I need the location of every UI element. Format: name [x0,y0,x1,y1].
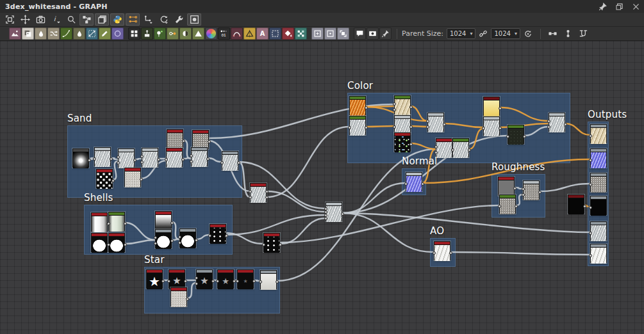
input-port[interactable] [140,161,144,164]
node-nC[interactable] [326,202,342,221]
layers-button[interactable] [95,13,109,26]
input-port[interactable] [190,154,193,157]
node-st3[interactable]: ★ [196,269,213,289]
info-button[interactable]: i [49,13,63,26]
pan-view-button[interactable] [18,13,32,26]
node-s2[interactable] [118,148,135,168]
node-glow[interactable] [72,148,89,168]
output-port[interactable] [88,159,91,162]
input-port[interactable] [178,235,181,239]
input-port[interactable] [589,254,592,257]
output-port[interactable] [279,243,282,246]
node-nB[interactable] [263,233,280,252]
output-port[interactable] [211,280,215,283]
node-sp1[interactable] [167,129,183,148]
restore-window-button[interactable] [613,1,625,12]
graph-canvas[interactable]: SandShellsStarColorNormalRoughnessAOOutp… [0,41,644,334]
output-port[interactable] [265,196,268,199]
parent-width-select[interactable]: 1024▾ [447,28,475,39]
input-port[interactable] [117,161,120,164]
input-port[interactable] [190,160,193,163]
node-met[interactable] [568,195,584,214]
crop-frame-node-button[interactable] [324,28,336,40]
input-port[interactable] [393,102,396,106]
output-port[interactable] [124,222,127,225]
input-port[interactable] [589,183,592,186]
output-port[interactable] [237,161,240,164]
node-stNoise[interactable] [170,287,187,306]
input-port[interactable] [167,280,170,283]
output-port[interactable] [140,178,143,181]
input-port[interactable] [154,242,157,245]
output-port[interactable] [443,123,446,126]
python-editor-button[interactable] [110,13,124,26]
node-cBlend2[interactable] [549,113,565,132]
input-port[interactable] [498,205,501,208]
output-port[interactable] [468,148,471,152]
input-port[interactable] [426,120,429,123]
node-blobA[interactable] [91,233,108,252]
output-port[interactable] [365,126,368,129]
output-port[interactable] [515,205,518,208]
bezier-curve-node-button[interactable] [231,28,243,40]
link-size-button[interactable] [477,28,489,40]
input-port[interactable] [434,145,438,148]
straight-links-button[interactable] [141,13,155,26]
input-port[interactable] [249,196,252,199]
graph-nodes-button[interactable] [79,13,94,26]
node-sp2[interactable] [192,130,209,149]
search-button[interactable] [64,13,78,26]
node-cOrange[interactable] [349,96,366,115]
halftone-node-button[interactable]: 01 [218,28,230,40]
flood-fill-node-button[interactable] [282,28,294,40]
node-o1[interactable] [590,124,607,143]
pyramid-node-button[interactable] [192,28,204,40]
output-port[interactable] [341,212,344,216]
output-port[interactable] [225,234,228,237]
input-port[interactable] [140,155,144,158]
gradient-map-node-button[interactable] [205,28,217,40]
output-port[interactable] [421,182,424,186]
half-sphere-node-button[interactable] [179,28,192,40]
node-cylA[interactable] [91,212,108,232]
node-polka[interactable] [96,169,113,188]
node-cPairB[interactable] [452,138,469,157]
node-preview-node-button[interactable] [367,28,379,40]
output-port[interactable] [170,239,174,243]
node-o4[interactable] [590,196,607,215]
input-port[interactable] [522,187,525,191]
output-port[interactable] [182,139,185,143]
output-port[interactable] [276,280,279,283]
text-node-button[interactable]: A [256,28,268,40]
input-port[interactable] [426,125,429,129]
close-window-button[interactable] [630,1,641,12]
output-port[interactable] [233,280,236,283]
node-o6[interactable] [590,244,607,263]
screenshot-button[interactable] [33,13,47,26]
node-st4[interactable]: ★ [217,269,234,289]
input-port[interactable] [220,161,224,164]
node-blobD[interactable] [179,228,196,248]
node-nrm[interactable] [406,172,422,191]
node-st5[interactable]: ★ [237,269,254,289]
slope-blur-node-button[interactable] [99,28,111,40]
reset-size-button[interactable] [522,28,534,40]
input-port[interactable] [107,243,110,246]
input-port[interactable] [348,126,351,129]
input-port[interactable] [433,251,436,255]
pin-window-button[interactable] [597,1,608,12]
node-cDark[interactable] [508,125,524,144]
input-port[interactable] [547,120,550,123]
node-s1[interactable] [94,147,111,166]
output-port[interactable] [538,191,541,194]
output-port[interactable] [564,123,567,126]
input-port[interactable] [117,155,120,159]
node-cGray3[interactable] [483,116,500,136]
output-port[interactable] [195,239,198,242]
node-cTan[interactable] [394,95,411,115]
input-port[interactable] [236,280,239,283]
input-port[interactable] [178,241,181,244]
node-ao[interactable] [434,241,450,260]
fx-map-node-button[interactable] [295,28,307,40]
preview-box-button[interactable] [187,13,201,26]
